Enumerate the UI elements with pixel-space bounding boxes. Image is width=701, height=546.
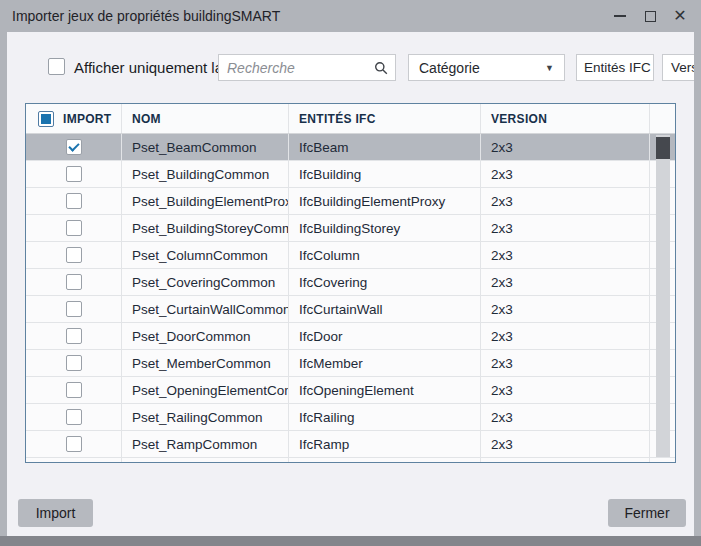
table-row[interactable]: Pset_CoveringCommon IfcCovering 2x3 bbox=[26, 269, 675, 296]
row-entity-cell: IfcRailing bbox=[289, 404, 481, 430]
header-entites-ifc: ENTITÉS IFC bbox=[289, 104, 481, 133]
row-import-cell bbox=[26, 296, 122, 322]
row-checkbox[interactable] bbox=[66, 301, 82, 317]
row-version-cell: 2x3 bbox=[481, 242, 650, 268]
chevron-down-icon: ▼ bbox=[545, 63, 554, 73]
table-body: Pset_BeamCommon IfcBeam 2x3 Pset_Buildin… bbox=[26, 134, 675, 463]
row-import-cell bbox=[26, 323, 122, 349]
show-selection-checkbox[interactable] bbox=[48, 58, 65, 75]
table-row[interactable]: Pset_BuildingStoreyCommon IfcBuildingSto… bbox=[26, 215, 675, 242]
row-entity-cell bbox=[289, 458, 481, 463]
row-import-cell bbox=[26, 215, 122, 241]
minimize-button[interactable] bbox=[605, 0, 635, 32]
table-scrollbar[interactable] bbox=[656, 135, 670, 457]
row-checkbox[interactable] bbox=[66, 247, 82, 263]
table-row[interactable]: Pset_BeamCommon IfcBeam 2x3 bbox=[26, 134, 675, 161]
row-version-cell: 2x3 bbox=[481, 377, 650, 403]
row-scrollbar-spacer bbox=[650, 458, 675, 463]
select-all-checkbox[interactable] bbox=[38, 111, 54, 127]
row-nom-cell: Pset_ColumnCommon bbox=[122, 242, 289, 268]
ifc-entities-dropdown[interactable]: Entités IFC ▼ bbox=[576, 54, 654, 81]
row-entity-cell: IfcCovering bbox=[289, 269, 481, 295]
title-bar: Importer jeux de propriétés buildingSMAR… bbox=[0, 0, 701, 32]
window-border-bottom bbox=[0, 536, 701, 546]
row-import-cell bbox=[26, 242, 122, 268]
table-row[interactable]: Pset_OpeningElementCommon IfcOpeningElem… bbox=[26, 377, 675, 404]
row-entity-cell: IfcBuildingElementProxy bbox=[289, 188, 481, 214]
row-entity-cell: IfcMember bbox=[289, 350, 481, 376]
row-entity-cell: IfcRamp bbox=[289, 431, 481, 457]
dialog-window: Importer jeux de propriétés buildingSMAR… bbox=[0, 0, 701, 546]
row-checkbox[interactable] bbox=[66, 220, 82, 236]
category-dropdown[interactable]: Catégorie ▼ bbox=[408, 54, 565, 81]
table-row[interactable]: Pset_BuildingElementProxyCommon IfcBuild… bbox=[26, 188, 675, 215]
row-entity-cell: IfcColumn bbox=[289, 242, 481, 268]
maximize-button[interactable] bbox=[635, 0, 665, 32]
table-row[interactable]: Pset_ColumnCommon IfcColumn 2x3 bbox=[26, 242, 675, 269]
row-entity-cell: IfcDoor bbox=[289, 323, 481, 349]
scrollbar-thumb[interactable] bbox=[656, 137, 670, 159]
header-scrollbar-spacer bbox=[650, 104, 675, 133]
row-checkbox[interactable] bbox=[66, 382, 82, 398]
row-nom-cell: Pset_DoorCommon bbox=[122, 323, 289, 349]
table-row[interactable] bbox=[26, 458, 675, 463]
row-checkbox[interactable] bbox=[66, 274, 82, 290]
row-entity-cell: IfcBuilding bbox=[289, 161, 481, 187]
row-checkbox[interactable] bbox=[66, 193, 82, 209]
row-version-cell bbox=[481, 458, 650, 463]
row-version-cell: 2x3 bbox=[481, 431, 650, 457]
row-version-cell: 2x3 bbox=[481, 323, 650, 349]
table-row[interactable]: Pset_MemberCommon IfcMember 2x3 bbox=[26, 350, 675, 377]
header-import-label: IMPORT bbox=[63, 112, 111, 126]
row-import-cell bbox=[26, 134, 122, 160]
minimize-icon bbox=[614, 15, 626, 17]
row-import-cell bbox=[26, 431, 122, 457]
row-nom-cell: Pset_BuildingCommon bbox=[122, 161, 289, 187]
window-title: Importer jeux de propriétés buildingSMAR… bbox=[12, 0, 280, 32]
row-import-cell bbox=[26, 350, 122, 376]
row-nom-cell: Pset_BuildingStoreyCommon bbox=[122, 215, 289, 241]
row-entity-cell: IfcBeam bbox=[289, 134, 481, 160]
window-border-left bbox=[0, 32, 7, 536]
search-input[interactable] bbox=[219, 60, 374, 76]
row-import-cell bbox=[26, 377, 122, 403]
row-entity-cell: IfcBuildingStorey bbox=[289, 215, 481, 241]
table-row[interactable]: Pset_RampCommon IfcRamp 2x3 bbox=[26, 431, 675, 458]
row-import-cell bbox=[26, 404, 122, 430]
ifc-entities-dropdown-label: Entités IFC bbox=[584, 60, 651, 75]
window-border-right bbox=[694, 32, 701, 536]
table-row[interactable]: Pset_DoorCommon IfcDoor 2x3 bbox=[26, 323, 675, 350]
row-import-cell bbox=[26, 161, 122, 187]
table-row[interactable]: Pset_BuildingCommon IfcBuilding 2x3 bbox=[26, 161, 675, 188]
row-entity-cell: IfcOpeningElement bbox=[289, 377, 481, 403]
table-header: IMPORT NOM ENTITÉS IFC VERSION bbox=[26, 104, 675, 134]
close-icon: ✕ bbox=[673, 8, 686, 24]
search-field bbox=[218, 54, 396, 81]
row-checkbox[interactable] bbox=[66, 328, 82, 344]
row-version-cell: 2x3 bbox=[481, 188, 650, 214]
close-dialog-button[interactable]: Fermer bbox=[608, 499, 686, 527]
row-checkbox[interactable] bbox=[66, 166, 82, 182]
row-version-cell: 2x3 bbox=[481, 161, 650, 187]
row-nom-cell: Pset_BuildingElementProxyCommon bbox=[122, 188, 289, 214]
row-entity-cell: IfcCurtainWall bbox=[289, 296, 481, 322]
row-version-cell: 2x3 bbox=[481, 269, 650, 295]
table-row[interactable]: Pset_CurtainWallCommon IfcCurtainWall 2x… bbox=[26, 296, 675, 323]
row-import-cell bbox=[26, 269, 122, 295]
row-import-cell bbox=[26, 188, 122, 214]
row-nom-cell: Pset_MemberCommon bbox=[122, 350, 289, 376]
property-sets-table: IMPORT NOM ENTITÉS IFC VERSION Pset_Beam… bbox=[25, 103, 676, 463]
row-nom-cell: Pset_CoveringCommon bbox=[122, 269, 289, 295]
row-version-cell: 2x3 bbox=[481, 215, 650, 241]
category-dropdown-label: Catégorie bbox=[419, 60, 480, 76]
row-import-cell bbox=[26, 458, 122, 463]
table-row[interactable]: Pset_RailingCommon IfcRailing 2x3 bbox=[26, 404, 675, 431]
row-checkbox[interactable] bbox=[66, 355, 82, 371]
row-checkbox[interactable] bbox=[66, 409, 82, 425]
row-checkbox[interactable] bbox=[66, 139, 82, 155]
row-checkbox[interactable] bbox=[66, 436, 82, 452]
close-button[interactable]: ✕ bbox=[665, 0, 695, 32]
import-button[interactable]: Import bbox=[18, 499, 93, 527]
row-nom-cell: Pset_OpeningElementCommon bbox=[122, 377, 289, 403]
header-nom: NOM bbox=[122, 104, 289, 133]
